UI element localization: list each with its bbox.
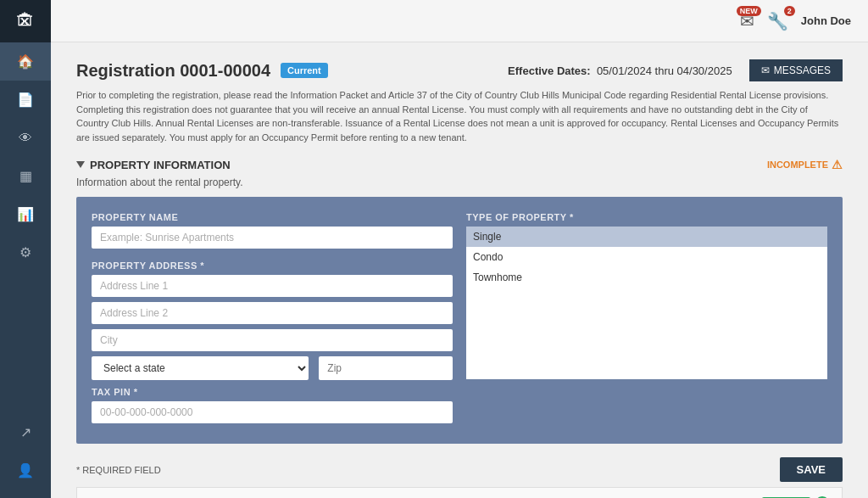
- page-header: Registration 0001-00004 Current Effectiv…: [76, 59, 843, 81]
- messages-icon: ✉: [761, 64, 770, 76]
- info-text: Prior to completing the registration, pl…: [76, 88, 843, 144]
- property-address-label: PROPERTY ADDRESS *: [92, 260, 453, 271]
- section-status-text: INCOMPLETE: [767, 159, 828, 170]
- user-name: John Doe: [801, 14, 851, 27]
- support-badge: 2: [784, 6, 795, 16]
- property-section: PROPERTY INFORMATION INCOMPLETE ⚠ Inform…: [76, 158, 843, 487]
- support-button[interactable]: 🔧 2: [767, 11, 788, 31]
- type-listbox[interactable]: Single Condo Townhome: [466, 227, 827, 379]
- tax-pin-label: TAX PIN *: [92, 387, 453, 397]
- form-footer: * REQUIRED FIELD SAVE: [76, 450, 843, 487]
- type-of-property-label: TYPE OF PROPERTY *: [466, 212, 827, 222]
- property-name-input[interactable]: [92, 227, 453, 249]
- page-content: Registration 0001-00004 Current Effectiv…: [51, 42, 868, 498]
- address-line2-input[interactable]: [92, 302, 453, 324]
- section-title-text: PROPERTY INFORMATION: [90, 159, 231, 171]
- chart-icon: 📊: [17, 206, 34, 222]
- chevron-down-icon[interactable]: [76, 161, 85, 168]
- page-header-right: Effective Dates: 05/01/2024 thru 04/30/2…: [508, 59, 843, 81]
- topbar: ✉ NEW 🔧 2 John Doe: [51, 0, 868, 42]
- sidebar-item-view[interactable]: 👁: [0, 119, 51, 157]
- sidebar: 🏚 🏠 📄 👁 ▦ 📊 ⚙ ↗ 👤: [0, 0, 51, 498]
- messages-label: MESSAGES: [774, 64, 831, 76]
- effective-dates: Effective Dates: 05/01/2024 thru 04/30/2…: [508, 64, 732, 77]
- sidebar-item-table[interactable]: ▦: [0, 157, 51, 195]
- sidebar-item-chart[interactable]: 📊: [0, 195, 51, 233]
- status-badge: Current: [281, 63, 328, 78]
- zip-input[interactable]: [319, 356, 453, 380]
- type-option-townhome[interactable]: Townhome: [466, 267, 827, 288]
- owner-section: OWNER INFORMATION SAVED ✓: [76, 487, 843, 498]
- document-icon: 📄: [17, 92, 34, 108]
- effective-dates-value: 05/01/2024 thru 04/30/2025: [597, 64, 732, 77]
- state-zip-row: Select a stateAlabamaAlaskaArizonaArkans…: [92, 356, 453, 380]
- sidebar-item-home[interactable]: 🏠: [0, 42, 51, 81]
- sidebar-item-export[interactable]: ↗: [0, 413, 51, 451]
- app-logo: 🏚: [0, 0, 51, 42]
- notification-badge: NEW: [737, 6, 761, 16]
- view-icon: 👁: [19, 131, 32, 146]
- table-icon: ▦: [19, 168, 32, 184]
- messages-button[interactable]: ✉ MESSAGES: [749, 59, 843, 81]
- type-option-condo[interactable]: Condo: [466, 247, 827, 267]
- state-select[interactable]: Select a stateAlabamaAlaskaArizonaArkans…: [92, 356, 309, 380]
- required-text: * REQUIRED FIELD: [76, 465, 161, 475]
- sidebar-item-user[interactable]: 👤: [0, 451, 51, 490]
- type-option-single[interactable]: Single: [466, 227, 827, 247]
- tax-pin-input[interactable]: [92, 401, 453, 423]
- city-input[interactable]: [92, 329, 453, 351]
- property-name-label: PROPERTY NAME: [92, 212, 453, 222]
- export-icon: ↗: [20, 424, 31, 440]
- notifications-button[interactable]: ✉ NEW: [740, 11, 754, 31]
- section-header: PROPERTY INFORMATION INCOMPLETE ⚠: [76, 158, 843, 171]
- section-desc: Information about the rental property.: [76, 176, 843, 188]
- effective-dates-label: Effective Dates:: [508, 64, 591, 77]
- form-grid: PROPERTY NAME PROPERTY ADDRESS * Select …: [92, 212, 827, 428]
- page-title: Registration 0001-00004: [76, 61, 270, 81]
- sidebar-item-settings[interactable]: ⚙: [0, 233, 51, 271]
- settings-icon: ⚙: [19, 244, 31, 260]
- owner-header[interactable]: OWNER INFORMATION SAVED ✓: [77, 488, 842, 498]
- save-button[interactable]: SAVE: [780, 457, 843, 482]
- form-left: PROPERTY NAME PROPERTY ADDRESS * Select …: [92, 212, 453, 428]
- property-form-panel: PROPERTY NAME PROPERTY ADDRESS * Select …: [76, 197, 843, 444]
- home-icon: 🏠: [17, 53, 34, 70]
- section-title: PROPERTY INFORMATION: [76, 159, 231, 171]
- warning-icon: ⚠: [832, 158, 843, 171]
- address-line1-input[interactable]: [92, 275, 453, 297]
- section-status: INCOMPLETE ⚠: [767, 158, 843, 171]
- main-area: ✉ NEW 🔧 2 John Doe Registration 0001-000…: [51, 0, 868, 498]
- user-icon: 👤: [17, 462, 34, 478]
- form-right: TYPE OF PROPERTY * Single Condo Townhome: [466, 212, 827, 428]
- sidebar-item-document[interactable]: 📄: [0, 81, 51, 119]
- page-header-left: Registration 0001-00004 Current: [76, 61, 328, 81]
